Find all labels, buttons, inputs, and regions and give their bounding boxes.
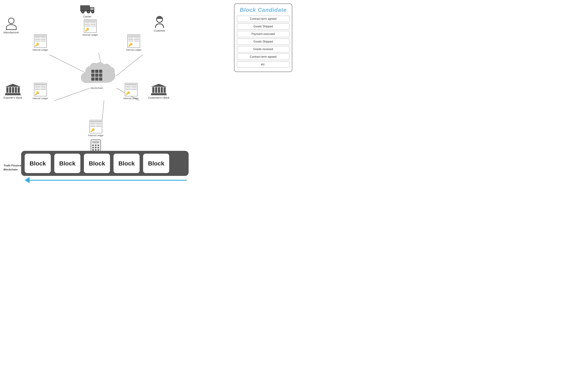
svg-rect-18 bbox=[99, 70, 102, 73]
svg-rect-17 bbox=[95, 70, 98, 73]
blockchain-cloud: blockchain bbox=[78, 60, 116, 89]
lender-ledger-box: 🔑 bbox=[89, 120, 102, 133]
carrier-ledger: 🔑 Internal Ledger bbox=[83, 19, 98, 36]
block-candidate-item-0: Contract term agreed bbox=[237, 16, 289, 22]
svg-rect-39 bbox=[151, 93, 166, 95]
svg-rect-46 bbox=[92, 147, 94, 148]
block-2: Block bbox=[54, 154, 80, 173]
cloud-shape bbox=[78, 60, 116, 88]
arrow-line bbox=[30, 180, 187, 181]
manufacturer-ledger: 🔑 Internal Ledger bbox=[33, 34, 48, 51]
svg-rect-29 bbox=[15, 87, 17, 93]
block-candidate-item-1: Goods Shipped bbox=[237, 23, 289, 30]
svg-rect-35 bbox=[155, 87, 157, 93]
svg-line-3 bbox=[55, 88, 90, 101]
exporters-bank-ledger-label: Internal Ledger bbox=[33, 97, 48, 100]
svg-marker-25 bbox=[5, 84, 21, 87]
svg-rect-19 bbox=[91, 74, 94, 77]
customers-bank-label: Customers's Bank bbox=[148, 96, 169, 99]
svg-rect-38 bbox=[163, 87, 166, 93]
exporters-bank-label: Exporter's Bank bbox=[3, 96, 22, 99]
manufacturer-ledger-label: Internal Ledger bbox=[33, 49, 48, 51]
svg-rect-23 bbox=[95, 77, 98, 81]
svg-rect-26 bbox=[6, 87, 8, 93]
block-4: Block bbox=[113, 154, 140, 173]
manufacturer-ledger-box: 🔑 bbox=[34, 34, 47, 48]
customers-bank-ledger-box: 🔑 bbox=[125, 83, 138, 96]
svg-rect-32 bbox=[5, 95, 21, 95]
exporters-bank-ledger: 🔑 Internal Ledger bbox=[33, 83, 48, 100]
customers-bank-ledger-label: Internal Ledger bbox=[123, 97, 139, 100]
svg-rect-27 bbox=[9, 87, 11, 93]
customer-ledger: 🔑 Internal Ledger bbox=[126, 34, 141, 51]
carrier-ledger-box: 🔑 bbox=[84, 19, 97, 33]
block-1: Block bbox=[25, 154, 51, 173]
trade-finance-blockchain-label: Trade Finance Blockchain bbox=[3, 164, 21, 171]
svg-rect-20 bbox=[95, 74, 98, 77]
svg-rect-28 bbox=[12, 87, 14, 93]
svg-line-2 bbox=[116, 55, 143, 76]
block-candidate-panel: Block Candidate Contract term agreed Goo… bbox=[234, 3, 292, 72]
carrier-entity: Carrier bbox=[79, 2, 95, 18]
exporters-bank-entity: Exporter's Bank bbox=[3, 83, 22, 99]
svg-point-12 bbox=[88, 11, 89, 13]
customer-ledger-box: 🔑 bbox=[127, 34, 140, 48]
exporters-bank-icon bbox=[5, 83, 21, 95]
svg-rect-8 bbox=[90, 8, 94, 10]
exporters-bank-ledger-box: 🔑 bbox=[34, 83, 47, 96]
svg-rect-44 bbox=[95, 145, 97, 146]
svg-point-14 bbox=[92, 11, 93, 13]
carrier-label: Carrier bbox=[83, 15, 91, 18]
block-candidate-item-3: Goods Shipped bbox=[237, 38, 289, 45]
manufacturer-icon bbox=[6, 18, 17, 30]
svg-rect-16 bbox=[91, 70, 94, 73]
svg-rect-34 bbox=[152, 87, 154, 93]
svg-rect-45 bbox=[97, 145, 99, 146]
carrier-truck-icon bbox=[79, 2, 95, 14]
lender-ledger-label: Internal Ledger bbox=[88, 134, 104, 137]
customer-label: Customer bbox=[154, 29, 165, 32]
blockchain-label: blockchain bbox=[91, 86, 103, 89]
blockchain-row: Block Block Block Block Block bbox=[21, 151, 189, 176]
manufacturer-label: Manufacturer bbox=[3, 31, 19, 34]
svg-rect-49 bbox=[92, 149, 94, 151]
carrier-ledger-label: Internal Ledger bbox=[83, 34, 98, 36]
block-candidate-item-5: Contract term agreed bbox=[237, 54, 289, 60]
customer-ledger-label: Internal Ledger bbox=[126, 49, 141, 51]
arrow-head bbox=[25, 177, 30, 183]
svg-rect-40 bbox=[151, 95, 167, 95]
block-3: Block bbox=[84, 154, 110, 173]
connection-lines bbox=[0, 0, 247, 159]
svg-rect-48 bbox=[97, 147, 99, 148]
svg-point-10 bbox=[82, 11, 84, 13]
svg-rect-42 bbox=[92, 141, 99, 143]
svg-rect-24 bbox=[99, 77, 102, 81]
customer-icon bbox=[153, 16, 166, 28]
svg-line-5 bbox=[102, 101, 104, 120]
block-candidate-item-6: etc. bbox=[237, 61, 289, 68]
customers-bank-entity: Customers's Bank bbox=[148, 83, 169, 99]
svg-rect-37 bbox=[161, 87, 163, 93]
svg-rect-50 bbox=[95, 149, 97, 151]
svg-marker-33 bbox=[151, 84, 167, 87]
svg-rect-36 bbox=[158, 87, 160, 93]
svg-rect-47 bbox=[95, 147, 97, 148]
svg-rect-30 bbox=[18, 87, 20, 93]
svg-rect-31 bbox=[5, 93, 20, 95]
block-candidate-title: Block Candidate bbox=[237, 7, 289, 13]
customer-entity: Customer bbox=[153, 16, 166, 32]
svg-rect-22 bbox=[91, 77, 94, 81]
block-candidate-item-4: Goods received bbox=[237, 46, 289, 52]
customers-bank-icon bbox=[151, 83, 167, 95]
block-candidate-item-2: Payment executed bbox=[237, 31, 289, 37]
block-5: Block bbox=[143, 154, 169, 173]
manufacturer-entity: Manufacturer bbox=[3, 18, 19, 34]
svg-rect-21 bbox=[99, 74, 102, 77]
customers-bank-ledger: 🔑 Internal Ledger bbox=[123, 83, 139, 100]
svg-rect-43 bbox=[92, 145, 94, 146]
svg-rect-51 bbox=[97, 149, 99, 151]
arrow-container bbox=[25, 177, 187, 183]
